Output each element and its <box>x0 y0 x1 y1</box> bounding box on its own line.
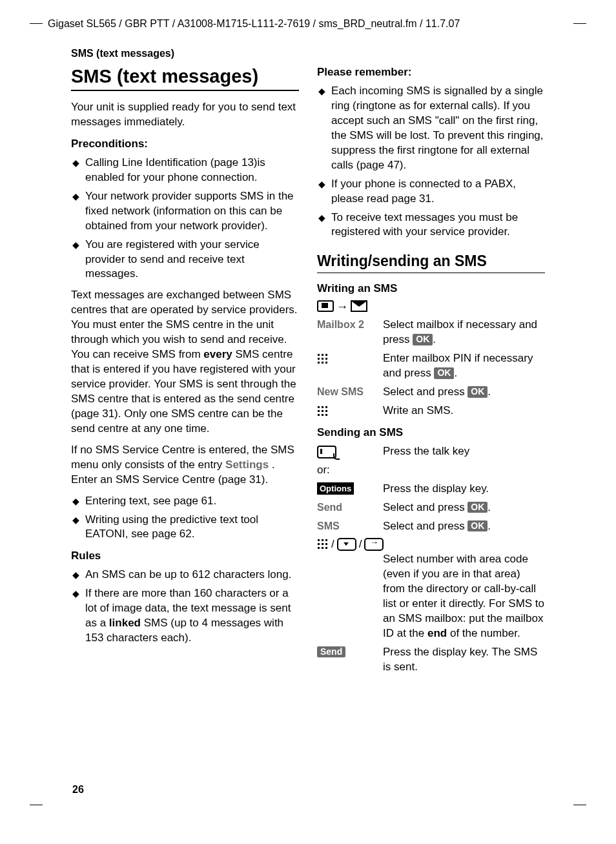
svg-rect-20 <box>325 539 327 541</box>
sending-heading: Sending an SMS <box>317 426 545 439</box>
ok-badge-icon: OK <box>467 502 488 513</box>
keypad-icon <box>317 539 329 550</box>
step-key <box>317 444 383 458</box>
step-key: Options <box>317 482 383 496</box>
step-row: // <box>317 538 545 551</box>
step-row: Enter mailbox PIN if necessary and press… <box>317 351 545 381</box>
two-column-layout: SMS (text messages) Your unit is supplie… <box>44 66 572 679</box>
step-key <box>317 351 383 365</box>
svg-rect-13 <box>322 410 323 412</box>
list-item: Your network provider supports SMS in th… <box>71 189 299 234</box>
list-item: To receive text messages you must be reg… <box>317 211 545 240</box>
step-row: Send Press the display key. The SMS is s… <box>317 645 545 675</box>
step-key: SMS <box>317 519 383 533</box>
svg-rect-14 <box>325 410 327 412</box>
talk-key-icon <box>317 446 336 458</box>
or-label: or: <box>317 463 545 478</box>
svg-rect-3 <box>318 358 320 360</box>
nav-sequence: → <box>317 300 545 314</box>
svg-rect-12 <box>318 410 320 412</box>
svg-rect-25 <box>322 547 323 549</box>
step-row: Options Press the display key. <box>317 482 545 497</box>
step-desc: Write an SMS. <box>383 404 545 418</box>
svg-rect-24 <box>318 547 320 549</box>
svg-rect-21 <box>318 543 320 545</box>
step-row: Write an SMS. <box>317 404 545 418</box>
svg-rect-4 <box>322 358 323 360</box>
crop-mark-icon <box>573 805 586 805</box>
remember-heading: Please remember: <box>317 66 545 79</box>
step-row: Send Select and press OK. <box>317 500 545 515</box>
left-column: SMS (text messages) Your unit is supplie… <box>48 66 299 679</box>
step-desc: Press the display key. <box>383 482 545 497</box>
step-desc: Enter mailbox PIN if necessary and press… <box>383 351 545 381</box>
page-title: SMS (text messages) <box>71 66 299 87</box>
step-desc: Press the display key. The SMS is sent. <box>383 645 545 675</box>
svg-rect-26 <box>325 547 327 549</box>
svg-rect-19 <box>322 539 323 541</box>
document-header: Gigaset SL565 / GBR PTT / A31008-M1715-L… <box>44 18 572 30</box>
svg-rect-16 <box>322 414 323 416</box>
step-desc: Select and press OK. <box>383 519 545 534</box>
ok-badge-icon: OK <box>413 334 433 345</box>
menu-key-icon <box>317 300 334 312</box>
crop-mark-icon <box>30 805 43 805</box>
envelope-icon <box>351 300 367 312</box>
svg-rect-11 <box>325 406 327 408</box>
keypad-icon <box>317 406 329 417</box>
sending-steps: Press the talk key or: Options Press the… <box>317 444 545 675</box>
body-paragraph: If no SMS Service Centre is entered, the… <box>71 443 299 488</box>
step-row: or: <box>317 463 545 478</box>
preconditions-heading: Preconditions: <box>71 138 299 150</box>
keypad-icon <box>317 353 329 365</box>
crop-mark-icon <box>573 23 586 24</box>
svg-rect-15 <box>318 414 320 416</box>
ok-badge-icon: OK <box>467 520 488 531</box>
svg-rect-5 <box>325 358 327 360</box>
step-row: SMS Select and press OK. <box>317 519 545 534</box>
slash-separator: / <box>331 538 334 550</box>
intro-text: Your unit is supplied ready for you to s… <box>71 100 299 130</box>
list-item: Writing using the predictive text tool E… <box>71 513 299 542</box>
running-head: SMS (text messages) <box>44 48 572 59</box>
svg-rect-9 <box>318 406 320 408</box>
right-column: Please remember: Each incoming SMS is si… <box>317 66 568 679</box>
list-item: You are registered with your service pro… <box>71 238 299 282</box>
list-item: If there are more than 160 characters or… <box>71 586 299 646</box>
step-key: New SMS <box>317 385 383 399</box>
list-item: An SMS can be up to 612 characters long. <box>71 568 299 582</box>
step-row: Press the talk key <box>317 444 545 459</box>
nav-down-icon <box>337 538 356 551</box>
step-row: New SMS Select and press OK. <box>317 385 545 400</box>
crop-mark-icon <box>30 23 43 24</box>
writing-heading: Writing an SMS <box>317 282 545 295</box>
svg-rect-0 <box>318 354 320 356</box>
step-desc: Select and press OK. <box>383 385 545 400</box>
step-key <box>317 404 383 418</box>
page-number: 26 <box>72 784 84 796</box>
rules-list: An SMS can be up to 612 characters long.… <box>71 568 299 646</box>
step-key: Send <box>317 500 383 515</box>
ok-badge-icon: OK <box>467 386 488 397</box>
title-rule <box>71 90 299 91</box>
arrow-right-icon: → <box>336 300 348 314</box>
step-desc: Press the talk key <box>383 444 545 459</box>
svg-rect-18 <box>318 539 320 541</box>
svg-rect-7 <box>322 362 323 364</box>
step-key: // <box>317 538 384 551</box>
section-rule <box>317 273 545 273</box>
list-item: If your phone is connected to a PABX, pl… <box>317 177 545 207</box>
ok-badge-icon: OK <box>434 367 454 378</box>
slash-separator: / <box>359 538 362 550</box>
step-key: Mailbox 2 <box>317 318 383 332</box>
svg-rect-2 <box>325 354 327 356</box>
list-item: Each incoming SMS is signalled by a sing… <box>317 84 545 173</box>
list-item: Entering text, see page 61. <box>71 494 299 509</box>
tips-list: Entering text, see page 61. Writing usin… <box>71 494 299 542</box>
body-paragraph: Text messages are exchanged between SMS … <box>71 288 299 436</box>
svg-rect-17 <box>325 414 327 416</box>
step-desc: Select number with area code (even if yo… <box>383 552 545 641</box>
step-row: Mailbox 2 Select mailbox if necessary an… <box>317 318 545 347</box>
step-desc: Select mailbox if necessary and press OK… <box>383 318 545 347</box>
step-key: Send <box>317 645 383 659</box>
